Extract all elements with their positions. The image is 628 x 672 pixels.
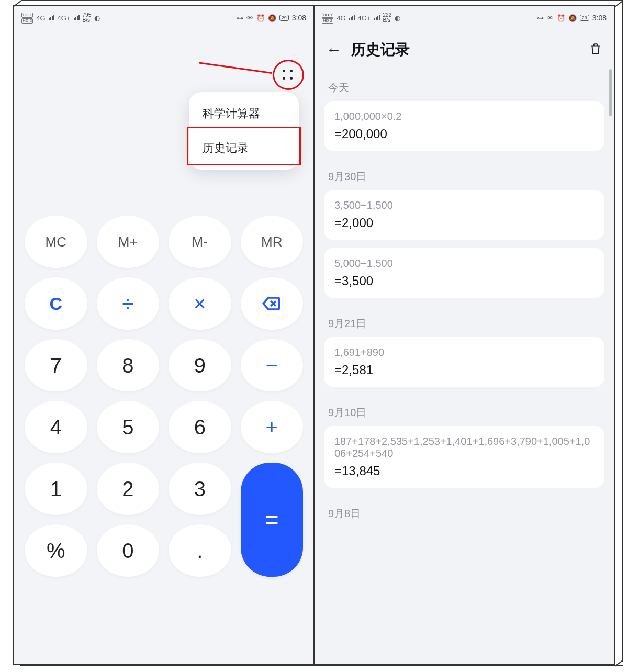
- key-icon: ⊶: [537, 14, 544, 22]
- history-item[interactable]: 5,000−1,500=3,500: [324, 248, 604, 298]
- more-menu-icon[interactable]: [277, 64, 299, 86]
- status-bar: HD 1 HD 2 4G 4G+ 222B/s ◐ ⊶ 👁 ⏰ 🔕 29: [315, 6, 614, 29]
- history-group-label: 9月8日: [315, 496, 614, 527]
- back-button[interactable]: ←: [326, 41, 342, 59]
- frame-edge: [21, 0, 623, 1]
- history-result: =2,581: [334, 363, 594, 377]
- frame-corner: [615, 6, 624, 16]
- key-percent[interactable]: %: [25, 524, 87, 577]
- history-result: =13,845: [334, 464, 594, 478]
- history-expression: 3,500−1,500: [334, 199, 594, 211]
- eye-icon: 👁: [246, 14, 253, 22]
- signal-4g-2: 4G+: [358, 14, 371, 22]
- signal-bars-1: [349, 15, 355, 20]
- eye-icon: 👁: [547, 14, 554, 22]
- signal-4g-1: 4G: [337, 14, 345, 22]
- signal-bars-2: [74, 15, 80, 20]
- key-equals[interactable]: =: [241, 463, 304, 577]
- history-expression: 1,000,000×0.2: [334, 110, 594, 122]
- history-result: =2,000: [334, 216, 594, 230]
- hd-badge-1: HD 1: [322, 13, 333, 18]
- backspace-icon: [262, 294, 282, 313]
- key-mplus[interactable]: M+: [97, 216, 160, 268]
- history-item[interactable]: 187+178+2,535+1,253+1,401+1,696+3,790+1,…: [324, 426, 604, 488]
- key-mminus[interactable]: M-: [169, 216, 231, 268]
- history-result: =3,500: [334, 274, 594, 288]
- signal-bars-1: [49, 15, 54, 20]
- key-1[interactable]: 1: [25, 463, 87, 515]
- signal-4g-2: 4G+: [58, 14, 71, 22]
- history-expression: 5,000−1,500: [334, 257, 594, 270]
- key-6[interactable]: 6: [169, 401, 231, 453]
- hd-badge-2: HD 2: [322, 18, 333, 24]
- sync-icon: ◐: [395, 14, 400, 22]
- outer-frame: HD 1 HD 2 4G 4G+ 795B/s ◐ ⊶ 👁 ⏰ 🔕 29: [13, 5, 615, 665]
- history-group-label: 今天: [315, 70, 614, 101]
- key-4[interactable]: 4: [25, 401, 87, 453]
- key-multiply[interactable]: ×: [169, 277, 231, 330]
- annotation-arrow: [199, 62, 272, 74]
- key-0[interactable]: 0: [97, 524, 160, 577]
- key-mc[interactable]: MC: [25, 216, 87, 268]
- history-item[interactable]: 1,000,000×0.2=200,000: [324, 101, 604, 151]
- hd-badge-1: HD 1: [21, 13, 33, 18]
- net-speed: 222B/s: [383, 13, 392, 23]
- keypad: MC M+ M- MR C ÷ × 7 8 9 −: [14, 207, 313, 597]
- key-9[interactable]: 9: [169, 339, 231, 391]
- history-result: =200,000: [334, 127, 594, 141]
- history-item[interactable]: 1,691+890=2,581: [324, 337, 604, 387]
- history-expression: 1,691+890: [334, 346, 594, 359]
- frame-edge: [20, 665, 623, 666]
- sync-icon: ◐: [94, 14, 100, 22]
- key-clear[interactable]: C: [25, 277, 87, 330]
- hd-badge-2: HD 2: [21, 18, 33, 24]
- frame-corner: [615, 666, 624, 672]
- signal-4g-1: 4G: [36, 14, 45, 22]
- frame-corner: [13, 6, 23, 16]
- menu-scientific[interactable]: 科学计算器: [189, 96, 299, 131]
- annotation-highlight: [187, 127, 301, 165]
- clock: 3:08: [592, 14, 607, 22]
- history-group-label: 9月21日: [315, 306, 614, 337]
- key-minus[interactable]: −: [241, 339, 304, 391]
- mute-icon: 🔕: [568, 14, 577, 22]
- key-mr[interactable]: MR: [241, 216, 304, 268]
- history-list: 今天1,000,000×0.2=200,0009月30日3,500−1,500=…: [315, 70, 614, 527]
- page-title: 历史记录: [351, 40, 579, 60]
- mute-icon: 🔕: [268, 14, 276, 22]
- alarm-icon: ⏰: [557, 14, 565, 22]
- key-backspace[interactable]: [241, 277, 304, 330]
- history-group-label: 9月30日: [315, 159, 614, 190]
- key-dot[interactable]: .: [169, 524, 231, 577]
- status-bar: HD 1 HD 2 4G 4G+ 795B/s ◐ ⊶ 👁 ⏰ 🔕 29: [14, 6, 313, 29]
- delete-button[interactable]: [589, 42, 602, 58]
- phone-calculator: HD 1 HD 2 4G 4G+ 795B/s ◐ ⊶ 👁 ⏰ 🔕 29: [14, 6, 313, 664]
- net-speed: 795B/s: [83, 13, 92, 23]
- history-item[interactable]: 3,500−1,500=2,000: [324, 190, 604, 240]
- key-8[interactable]: 8: [97, 339, 160, 391]
- battery-badge: 29: [580, 15, 589, 21]
- phone-history: HD 1 HD 2 4G 4G+ 222B/s ◐ ⊶ 👁 ⏰ 🔕 29: [313, 6, 614, 664]
- key-plus[interactable]: +: [241, 401, 304, 453]
- battery-badge: 29: [279, 15, 289, 21]
- frame-edge: [622, 0, 623, 662]
- key-2[interactable]: 2: [97, 463, 160, 515]
- trash-icon: [589, 42, 602, 55]
- key-7[interactable]: 7: [25, 339, 87, 391]
- key-divide[interactable]: ÷: [97, 277, 160, 330]
- clock: 3:08: [292, 14, 306, 22]
- signal-bars-2: [374, 15, 380, 20]
- key-3[interactable]: 3: [169, 463, 231, 515]
- alarm-icon: ⏰: [256, 14, 265, 22]
- history-expression: 187+178+2,535+1,253+1,401+1,696+3,790+1,…: [334, 435, 594, 460]
- scrollbar[interactable]: [609, 69, 612, 116]
- history-group-label: 9月10日: [315, 395, 614, 426]
- key-icon: ⊶: [237, 14, 243, 22]
- key-5[interactable]: 5: [97, 401, 160, 453]
